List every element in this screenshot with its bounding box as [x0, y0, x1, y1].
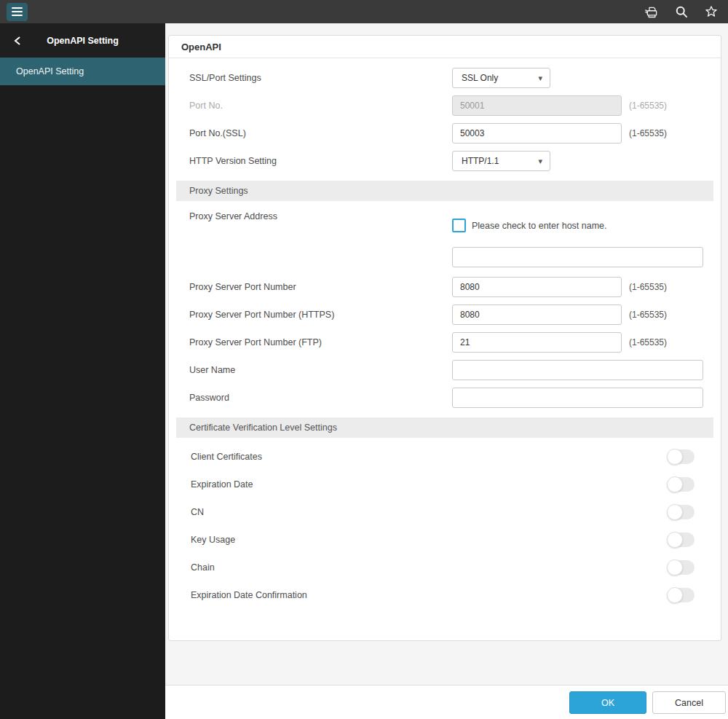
hamburger-icon — [12, 7, 23, 9]
proxy-port-https-row: Proxy Server Port Number (HTTPS) (1-6553… — [169, 301, 721, 329]
topbar-actions — [644, 4, 728, 20]
client-certificates-toggle[interactable] — [668, 449, 695, 464]
chevron-down-icon — [538, 73, 542, 83]
port-no-ssl-label: Port No.(SSL) — [189, 128, 452, 138]
cn-toggle[interactable] — [668, 505, 695, 519]
http-version-select[interactable]: HTTP/1.1 — [452, 151, 550, 171]
sidebar: OpenAPI Setting OpenAPI Setting — [0, 23, 165, 719]
user-name-label: User Name — [189, 365, 452, 375]
user-name-input[interactable] — [452, 360, 703, 380]
sidebar-item-openapi-setting[interactable]: OpenAPI Setting — [0, 58, 165, 85]
host-name-checkbox[interactable] — [452, 219, 466, 232]
proxy-server-address-row: Proxy Server Address Please check to ent… — [169, 201, 721, 267]
ssl-port-settings-label: SSL/Port Settings — [189, 73, 452, 83]
proxy-server-address-input[interactable] — [452, 247, 703, 267]
port-no-ssl-row: Port No.(SSL) (1-65535) — [169, 119, 721, 147]
footer-bar: OK Cancel — [165, 685, 728, 719]
port-no-input — [452, 95, 622, 116]
proxy-section: Proxy Server Address Please check to ent… — [169, 201, 721, 412]
certificate-section: Client Certificates Expiration Date CN K… — [169, 438, 721, 609]
back-button[interactable] — [7, 23, 28, 58]
port-no-ssl-range-hint: (1-65535) — [629, 128, 667, 138]
ok-button[interactable]: OK — [569, 691, 646, 714]
key-usage-row: Key Usage — [169, 526, 721, 554]
certificate-settings-header: Certificate Verification Level Settings — [176, 417, 713, 438]
proxy-settings-header: Proxy Settings — [176, 181, 713, 201]
user-name-row: User Name — [169, 356, 721, 384]
proxy-port-label: Proxy Server Port Number — [189, 282, 452, 292]
http-version-value: HTTP/1.1 — [462, 156, 499, 166]
main-content: OpenAPI SSL/Port Settings SSL Only Port … — [165, 23, 728, 719]
http-version-label: HTTP Version Setting — [189, 156, 452, 166]
proxy-port-https-input[interactable] — [452, 305, 622, 325]
expiration-date-confirmation-toggle[interactable] — [668, 588, 695, 602]
proxy-port-ftp-row: Proxy Server Port Number (FTP) (1-65535) — [169, 329, 721, 356]
chevron-down-icon — [538, 156, 542, 166]
proxy-port-ftp-label: Proxy Server Port Number (FTP) — [189, 337, 452, 347]
proxy-port-input[interactable] — [452, 277, 622, 297]
chain-label: Chain — [191, 562, 668, 573]
cn-label: CN — [191, 507, 668, 517]
ssl-port-settings-select[interactable]: SSL Only — [452, 68, 550, 88]
proxy-port-ftp-input[interactable] — [452, 332, 622, 353]
chain-row: Chain — [169, 554, 721, 581]
expiration-date-row: Expiration Date — [169, 471, 721, 498]
search-icon[interactable] — [673, 4, 689, 20]
proxy-server-address-label: Proxy Server Address — [189, 201, 452, 267]
port-no-label: Port No. — [189, 101, 452, 111]
top-bar — [0, 0, 728, 23]
expiration-date-confirmation-label: Expiration Date Confirmation — [191, 590, 668, 600]
client-certificates-row: Client Certificates — [169, 443, 721, 471]
password-row: Password — [169, 384, 721, 412]
host-name-checkbox-label: Please check to enter host name. — [472, 221, 607, 231]
port-no-ssl-input[interactable] — [452, 123, 622, 144]
sidebar-item-label: OpenAPI Setting — [16, 66, 84, 76]
expiration-date-confirmation-row: Expiration Date Confirmation — [169, 581, 721, 609]
password-label: Password — [189, 393, 452, 403]
port-no-row: Port No. (1-65535) — [169, 92, 721, 119]
cancel-button[interactable]: Cancel — [652, 691, 726, 714]
expiration-date-toggle[interactable] — [668, 477, 695, 492]
openapi-section: SSL/Port Settings SSL Only Port No. (1-6… — [169, 58, 721, 175]
chevron-left-icon — [14, 36, 21, 45]
star-icon[interactable] — [703, 4, 719, 20]
cn-row: CN — [169, 498, 721, 526]
openapi-panel: OpenAPI SSL/Port Settings SSL Only Port … — [168, 35, 721, 641]
port-no-range-hint: (1-65535) — [629, 101, 667, 111]
password-input[interactable] — [452, 388, 703, 408]
printer-icon[interactable] — [644, 4, 660, 20]
expiration-date-label: Expiration Date — [191, 479, 668, 490]
http-version-row: HTTP Version Setting HTTP/1.1 — [169, 147, 721, 175]
hamburger-menu-button[interactable] — [7, 3, 28, 21]
proxy-port-https-range-hint: (1-65535) — [629, 310, 667, 320]
ssl-port-settings-value: SSL Only — [462, 73, 498, 83]
chain-toggle[interactable] — [668, 560, 695, 575]
panel-title: OpenAPI — [169, 36, 721, 58]
sidebar-header: OpenAPI Setting — [0, 23, 165, 58]
key-usage-toggle[interactable] — [668, 533, 695, 547]
client-certificates-label: Client Certificates — [191, 452, 668, 462]
ssl-port-settings-row: SSL/Port Settings SSL Only — [169, 64, 721, 92]
proxy-port-range-hint: (1-65535) — [629, 282, 667, 292]
key-usage-label: Key Usage — [191, 535, 668, 545]
proxy-port-row: Proxy Server Port Number (1-65535) — [169, 273, 721, 301]
proxy-port-https-label: Proxy Server Port Number (HTTPS) — [189, 310, 452, 320]
proxy-port-ftp-range-hint: (1-65535) — [629, 337, 667, 347]
